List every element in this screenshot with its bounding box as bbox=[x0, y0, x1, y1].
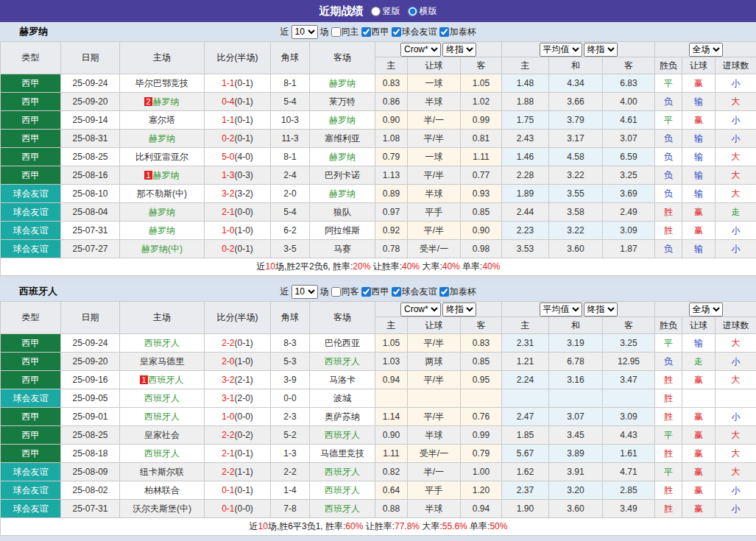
match-date: 25-08-09 bbox=[61, 463, 120, 481]
league-option-1[interactable]: 球会友谊 bbox=[392, 26, 437, 38]
league-option-2[interactable]: 加泰杯 bbox=[439, 26, 476, 38]
avg-home: 1.75 bbox=[502, 111, 549, 130]
fulltime-score: 2-2 bbox=[222, 430, 234, 440]
match-row: 球会友谊25-09-05西班牙人3-1(2-0)0-0波城胜 bbox=[1, 389, 756, 408]
avg-draw: 3.89 bbox=[549, 445, 603, 463]
result: 负 bbox=[655, 166, 682, 185]
summary-part: 近 bbox=[250, 521, 258, 531]
layout-option-vertical[interactable]: 竖版 bbox=[371, 5, 400, 18]
filter-bar: 西班牙人 近 10 场 同客 西甲 球会友谊 bbox=[0, 282, 756, 301]
avg-draw bbox=[549, 389, 603, 408]
sub-odds-handicap: 让球 bbox=[408, 317, 461, 334]
odds-select-group: Crow*终指 bbox=[375, 42, 502, 57]
odds-company-select[interactable]: Crow* bbox=[400, 303, 441, 317]
avg-stage-select[interactable]: 终指 bbox=[584, 43, 618, 57]
league-checkbox-0[interactable] bbox=[361, 27, 371, 37]
sub-avg-away: 客 bbox=[603, 317, 655, 334]
layout-radio-vertical[interactable] bbox=[371, 7, 381, 16]
odds-away: 1.02 bbox=[461, 93, 502, 111]
away-team: 西班牙人 bbox=[310, 500, 375, 518]
odds-company-select[interactable]: Crow* bbox=[400, 43, 441, 57]
same-venue-label: 同主 bbox=[342, 26, 359, 38]
layout-radio-horizontal[interactable] bbox=[408, 7, 417, 16]
avg-home: 2.37 bbox=[502, 481, 549, 500]
avg-draw: 3.91 bbox=[549, 463, 603, 481]
avg-home: 1.62 bbox=[502, 463, 549, 481]
home-team-name: 毕尔巴鄂竞技 bbox=[135, 78, 188, 88]
odds-stage-select[interactable]: 终指 bbox=[442, 43, 476, 57]
corner-score: 5-2 bbox=[271, 426, 310, 445]
match-count-select[interactable]: 10 bbox=[292, 285, 318, 299]
halftime-score: (0-2) bbox=[235, 430, 253, 440]
away-team-name: 赫罗纳 bbox=[329, 78, 356, 88]
home-team-name: 西班牙人 bbox=[144, 448, 180, 459]
home-team-name: 西班牙人 bbox=[149, 375, 184, 385]
home-team: 赫罗纳 bbox=[120, 222, 205, 240]
home-team: 1西班牙人 bbox=[120, 371, 205, 389]
match-type: 球会友谊 bbox=[1, 500, 61, 518]
odds-handicap: 平/半 bbox=[408, 371, 461, 389]
league-checkbox-1[interactable] bbox=[392, 27, 401, 37]
match-type: 球会友谊 bbox=[1, 389, 61, 408]
league-checkbox-0[interactable] bbox=[361, 287, 371, 297]
result: 胜 bbox=[655, 500, 682, 518]
league-checkbox-2[interactable] bbox=[439, 27, 449, 37]
avg-draw: 3.17 bbox=[549, 130, 603, 148]
avg-source-select[interactable]: 平均值 bbox=[540, 43, 582, 57]
scope-select[interactable]: 全场 bbox=[689, 43, 723, 57]
odds-handicap: 半球 bbox=[408, 500, 461, 518]
same-venue-checkbox[interactable] bbox=[331, 287, 341, 297]
handicap-result: 输 bbox=[682, 185, 716, 203]
fulltime-score: 0-2 bbox=[222, 244, 234, 254]
league-option-0[interactable]: 西甲 bbox=[361, 26, 389, 38]
match-row: 西甲25-09-20皇家马德里2-0(1-0)5-3西班牙人1.03两球0.85… bbox=[1, 353, 756, 371]
odds-away: 0.79 bbox=[461, 445, 502, 463]
layout-option-horizontal[interactable]: 横版 bbox=[408, 5, 437, 18]
avg-select-group: 平均值终指 bbox=[502, 302, 655, 317]
filter-controls: 近 10 场 同客 西甲 球会友谊 bbox=[280, 285, 476, 299]
result: 负 bbox=[655, 353, 682, 371]
home-team: 纽卡斯尔联 bbox=[120, 463, 205, 481]
same-venue-option[interactable]: 同主 bbox=[331, 26, 359, 38]
odds-handicap: 平手 bbox=[408, 203, 461, 222]
match-row: 西甲25-09-161西班牙人3-2(2-1)3-9马洛卡0.94平/半0.95… bbox=[1, 371, 756, 389]
scope-select[interactable]: 全场 bbox=[689, 303, 723, 317]
away-team-name: 马德里竞技 bbox=[320, 448, 364, 459]
filter-bar: 赫罗纳 近 10 场 同主 西甲 球会友谊 bbox=[0, 22, 756, 41]
odds-away: 0.94 bbox=[461, 500, 502, 518]
handicap-result: 赢 bbox=[682, 500, 716, 518]
league-option-0[interactable]: 西甲 bbox=[361, 286, 389, 298]
fulltime-score: 3-2 bbox=[222, 375, 234, 385]
avg-source-select[interactable]: 平均值 bbox=[540, 303, 582, 317]
league-checkbox-2[interactable] bbox=[439, 287, 449, 297]
title-bar: 近期战绩 竖版 横版 bbox=[0, 0, 756, 22]
match-count-select[interactable]: 10 bbox=[292, 25, 318, 39]
rank-badge: 1 bbox=[140, 375, 147, 384]
col-score: 比分(半场) bbox=[205, 42, 271, 74]
same-venue-checkbox[interactable] bbox=[331, 27, 341, 37]
result: 胜 bbox=[655, 389, 682, 408]
avg-draw: 4.34 bbox=[549, 74, 603, 93]
col-home: 主场 bbox=[120, 302, 205, 334]
match-date: 25-08-25 bbox=[61, 148, 120, 166]
avg-stage-select[interactable]: 终指 bbox=[584, 303, 618, 317]
result: 负 bbox=[655, 240, 682, 258]
avg-draw: 3.79 bbox=[549, 111, 603, 130]
result: 负 bbox=[655, 93, 682, 111]
league-checkbox-1[interactable] bbox=[392, 287, 401, 297]
league-option-2[interactable]: 加泰杯 bbox=[439, 286, 476, 298]
away-team: 狼队 bbox=[310, 203, 375, 222]
avg-draw: 3.60 bbox=[549, 240, 603, 258]
goals-result: 走 bbox=[716, 203, 756, 222]
avg-away: 4.43 bbox=[603, 426, 655, 445]
odds-home bbox=[375, 389, 408, 408]
score: 1-0(1-0) bbox=[205, 222, 271, 240]
odds-stage-select[interactable]: 终指 bbox=[442, 303, 476, 317]
home-team-name: 沃尔夫斯堡(中) bbox=[133, 503, 191, 514]
league-option-1[interactable]: 球会友谊 bbox=[392, 286, 437, 298]
odds-home: 1.14 bbox=[375, 408, 408, 426]
match-type: 西甲 bbox=[1, 408, 61, 426]
same-venue-option[interactable]: 同客 bbox=[331, 286, 359, 298]
result: 胜 bbox=[655, 481, 682, 500]
corner-score: 8-3 bbox=[271, 334, 310, 353]
